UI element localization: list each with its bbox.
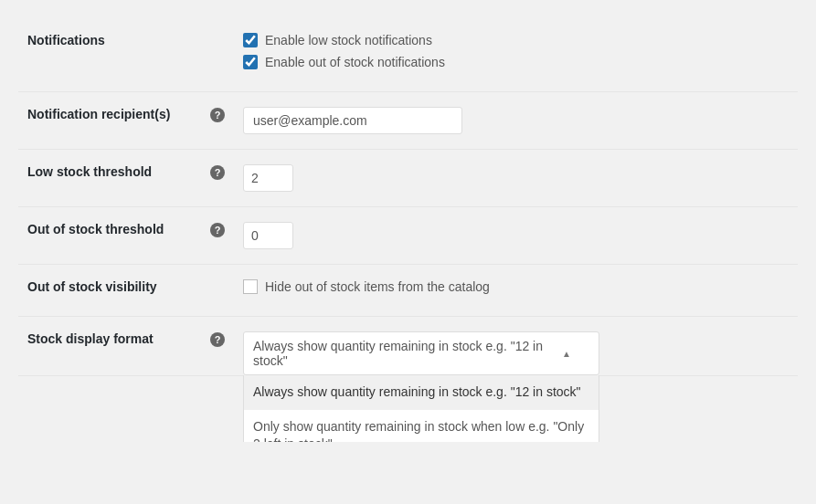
notifications-content: Enable low stock notifications Enable ou… <box>234 18 798 92</box>
low-stock-threshold-row: Low stock threshold ? <box>18 150 798 207</box>
visibility-checkbox-label[interactable]: Hide out of stock items from the catalog <box>265 279 490 294</box>
out-of-stock-threshold-help-icon[interactable]: ? <box>210 223 225 237</box>
notification-recipients-label: Notification recipient(s) <box>18 92 201 150</box>
stock-display-format-help-icon[interactable]: ? <box>210 332 225 347</box>
stock-display-format-label: Stock display format <box>18 317 201 376</box>
low-stock-threshold-help-icon[interactable]: ? <box>210 165 225 180</box>
stock-display-format-dropdown[interactable]: Always show quantity remaining in stock … <box>243 331 599 375</box>
out-of-stock-threshold-label: Out of stock threshold <box>18 207 201 265</box>
stock-display-format-row: Stock display format ? Always show quant… <box>18 317 798 376</box>
notification-recipients-row: Notification recipient(s) ? <box>18 92 798 150</box>
notifications-row: Notifications Enable low stock notificat… <box>18 18 798 92</box>
visibility-checkbox-row: Hide out of stock items from the catalog <box>243 279 789 294</box>
out-of-stock-threshold-input[interactable] <box>243 222 293 249</box>
notifications-label: Notifications <box>18 18 201 92</box>
dropdown-current-value: Always show quantity remaining in stock … <box>253 339 562 368</box>
dropdown-arrow-icon: ▲ <box>562 349 571 359</box>
low-stock-checkbox-row: Enable low stock notifications <box>243 33 789 47</box>
out-of-stock-checkbox-row: Enable out of stock notifications <box>243 55 789 69</box>
dropdown-option-low[interactable]: Only show quantity remaining in stock wh… <box>244 410 599 442</box>
notification-recipients-help-icon[interactable]: ? <box>210 108 225 122</box>
out-of-stock-threshold-row: Out of stock threshold ? <box>18 207 798 265</box>
low-stock-threshold-label: Low stock threshold <box>18 150 201 207</box>
notification-recipients-input[interactable] <box>243 107 462 134</box>
out-of-stock-visibility-label: Out of stock visibility <box>18 265 201 317</box>
out-of-stock-checkbox[interactable] <box>243 55 258 69</box>
low-stock-label[interactable]: Enable low stock notifications <box>265 33 432 47</box>
settings-table: Notifications Enable low stock notificat… <box>18 18 798 424</box>
out-of-stock-label[interactable]: Enable out of stock notifications <box>265 55 445 69</box>
dropdown-option-always[interactable]: Always show quantity remaining in stock … <box>244 375 599 410</box>
dropdown-trigger[interactable]: Always show quantity remaining in stock … <box>243 331 599 375</box>
visibility-checkbox[interactable] <box>243 279 258 294</box>
out-of-stock-visibility-row: Out of stock visibility Hide out of stoc… <box>18 265 798 317</box>
low-stock-checkbox[interactable] <box>243 33 258 47</box>
dropdown-menu: Always show quantity remaining in stock … <box>243 375 599 442</box>
low-stock-threshold-input[interactable] <box>243 164 293 192</box>
